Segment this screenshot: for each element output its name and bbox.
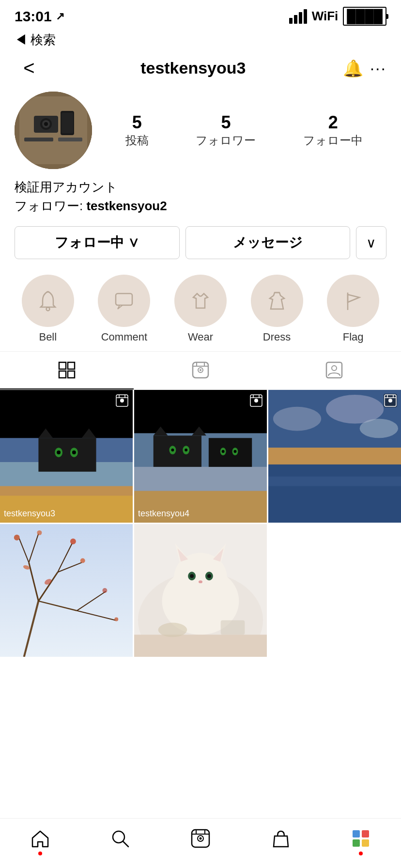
highlight-bell[interactable]: Bell [22,275,74,343]
svg-point-115 [158,623,187,637]
svg-point-77 [388,399,392,403]
svg-point-36 [57,450,61,454]
followers-count: 5 [196,112,256,133]
nav-home[interactable] [30,828,50,849]
home-nav-dot [38,852,42,855]
dropdown-button[interactable]: ∨ [356,226,386,259]
shop-icon [271,828,291,849]
tagged-icon [325,361,343,379]
nav-reels[interactable] [190,828,211,849]
highlight-dress[interactable]: Dress [251,275,303,343]
bio-line2: フォロワー: testkensyou2 [15,197,386,216]
highlight-bell-label: Bell [39,331,57,343]
svg-rect-57 [209,438,252,467]
comment-icon [112,289,136,313]
reel-indicator-3 [384,394,397,411]
bell-icon [36,289,60,313]
reel-play-icon-2 [249,394,263,407]
svg-rect-73 [268,465,401,523]
tab-grid[interactable] [0,352,134,389]
svg-point-5 [44,122,48,126]
svg-rect-8 [24,138,53,141]
message-button[interactable]: メッセージ [185,226,351,259]
highlight-flag-circle[interactable] [327,275,379,327]
svg-rect-125 [353,830,360,837]
highlight-comment-label: Comment [101,331,147,343]
svg-rect-116 [221,620,245,635]
follow-button[interactable]: フォロー中 ∨ [15,226,180,259]
svg-point-112 [207,574,211,578]
highlight-wear-circle[interactable] [174,275,227,327]
following-stat[interactable]: 2 フォロー中 [303,112,363,148]
profile-section: 5 投稿 5 フォロワー 2 フォロー中 [0,84,401,174]
followers-label: フォロワー [196,134,256,147]
signal-icon [289,9,307,24]
bio-section: 検証用アカウント フォロワー: testkensyou2 [0,174,401,221]
svg-point-37 [72,450,76,454]
svg-rect-50 [154,435,201,467]
grid-icon [58,361,76,379]
post-username-2: testkensyou4 [138,509,189,519]
svg-rect-128 [362,839,369,847]
svg-rect-16 [59,362,66,369]
svg-rect-18 [59,371,66,378]
reel-indicator-1 [115,394,129,411]
back-button[interactable]: < [15,57,44,79]
grid-item-1[interactable]: testkensyou3 [0,390,133,523]
svg-rect-114 [134,635,267,657]
svg-rect-82 [0,524,133,657]
wifi-icon: WiFi [312,9,339,24]
nav-search[interactable] [110,828,130,849]
highlight-wear-label: Wear [188,331,213,343]
tab-reels[interactable] [134,352,267,389]
highlight-dress-circle[interactable] [251,275,303,327]
nav-shop[interactable] [271,828,291,849]
highlight-wear[interactable]: Wear [174,275,227,343]
grid-item-4[interactable] [0,524,133,657]
grid-item-2[interactable]: testkensyou4 [134,390,267,523]
tab-tagged[interactable] [267,352,401,389]
svg-rect-72 [268,448,401,467]
bottom-nav [0,818,401,868]
nav-profile[interactable] [351,828,371,849]
grid-item-5[interactable] [134,524,267,657]
grid-item-3[interactable] [268,390,401,523]
reels-tab-icon [192,361,209,379]
profile-nav-dot [359,852,363,855]
posts-stat[interactable]: 5 投稿 [125,112,149,148]
svg-point-113 [199,580,202,583]
avatar[interactable] [15,92,92,169]
highlight-flag[interactable]: Flag [327,275,379,343]
svg-rect-12 [116,294,132,305]
notification-icon[interactable]: 🔔 [343,59,363,78]
flag-icon [341,289,365,313]
highlight-bell-circle[interactable] [22,275,74,327]
posts-grid: testkensyou3 [0,390,401,657]
highlight-dress-label: Dress [263,331,291,343]
svg-point-27 [332,366,337,371]
highlight-comment-circle[interactable] [98,275,150,327]
highlight-comment[interactable]: Comment [98,275,150,343]
profile-icon [351,828,371,849]
reels-nav-icon [190,828,211,849]
bio-followers-name[interactable]: testkensyou2 [86,199,167,213]
svg-point-64 [254,399,258,403]
reel-play-icon [115,394,129,407]
followers-stat[interactable]: 5 フォロワー [196,112,256,148]
svg-point-94 [37,530,42,535]
svg-point-22 [200,369,201,371]
svg-rect-7 [62,113,73,133]
svg-line-118 [123,841,128,847]
more-options-icon[interactable]: ··· [370,59,386,78]
back-search-label[interactable]: ◀ 検索 [15,32,56,47]
posts-label: 投稿 [125,134,149,147]
svg-rect-127 [353,839,360,847]
svg-rect-126 [362,830,369,837]
following-count: 2 [303,112,363,133]
search-nav[interactable]: ◀ 検索 [0,30,401,52]
location-arrow-icon: ↗ [56,10,64,23]
battery-icon: ████ [343,7,386,26]
home-icon [30,828,50,849]
svg-rect-9 [58,138,82,141]
post-username-1: testkensyou3 [4,509,55,519]
